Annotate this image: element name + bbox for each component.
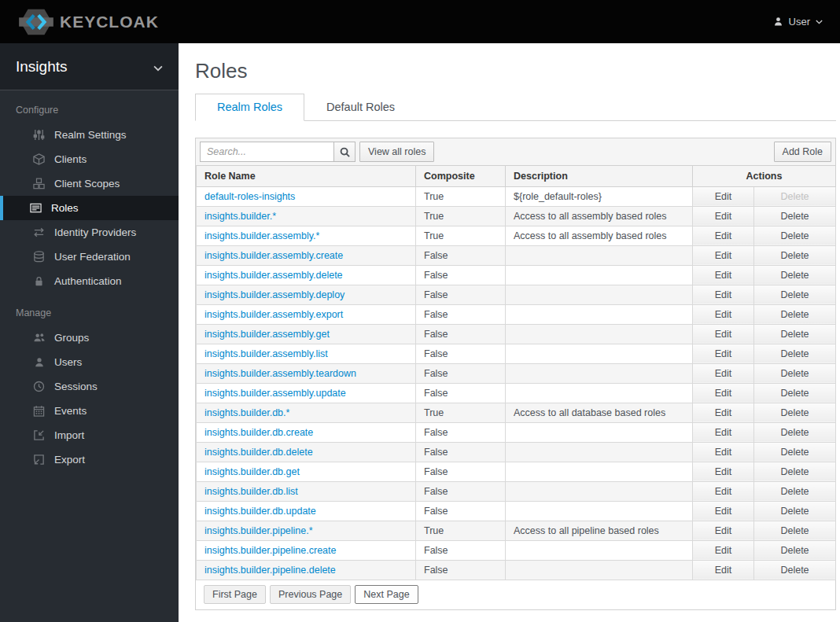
sidebar-item-client-scopes[interactable]: Client Scopes bbox=[0, 171, 179, 196]
sidebar-item-realm-settings[interactable]: Realm Settings bbox=[0, 123, 179, 147]
composite-cell: True bbox=[416, 226, 506, 245]
edit-button[interactable]: Edit bbox=[693, 560, 754, 580]
sidebar-item-import[interactable]: Import bbox=[0, 423, 179, 447]
delete-button[interactable]: Delete bbox=[754, 521, 836, 540]
role-link[interactable]: insights.builder.db.create bbox=[204, 427, 313, 438]
edit-button[interactable]: Edit bbox=[693, 481, 754, 501]
table-row: insights.builder.assembly.deploy False E… bbox=[197, 285, 836, 304]
view-all-roles-button[interactable]: View all roles bbox=[359, 142, 434, 162]
role-link[interactable]: insights.builder.pipeline.delete bbox=[204, 565, 336, 576]
search-input[interactable] bbox=[200, 142, 333, 162]
edit-button[interactable]: Edit bbox=[693, 226, 754, 245]
delete-button[interactable]: Delete bbox=[754, 344, 836, 363]
edit-button[interactable]: Edit bbox=[693, 363, 754, 383]
role-link[interactable]: insights.builder.db.get bbox=[204, 466, 300, 477]
sidebar-item-groups[interactable]: Groups bbox=[0, 326, 179, 350]
delete-button[interactable]: Delete bbox=[754, 324, 836, 344]
role-link[interactable]: insights.builder.assembly.update bbox=[204, 388, 346, 399]
role-link[interactable]: insights.builder.assembly.create bbox=[204, 250, 343, 261]
realm-selector[interactable]: Insights bbox=[0, 43, 179, 90]
edit-button[interactable]: Edit bbox=[693, 186, 754, 206]
delete-button[interactable]: Delete bbox=[754, 226, 836, 245]
sidebar-item-label: Realm Settings bbox=[54, 129, 127, 141]
tab-realm-roles[interactable]: Realm Roles bbox=[195, 94, 304, 121]
add-role-button[interactable]: Add Role bbox=[774, 142, 831, 162]
sidebar-item-identity-providers[interactable]: Identity Providers bbox=[0, 220, 179, 245]
sidebar-item-roles[interactable]: Roles bbox=[0, 196, 179, 220]
description-cell bbox=[506, 363, 693, 383]
delete-button[interactable]: Delete bbox=[754, 540, 836, 560]
edit-button[interactable]: Edit bbox=[693, 383, 754, 403]
user-menu[interactable]: User bbox=[773, 16, 823, 28]
role-link[interactable]: default-roles-insights bbox=[204, 191, 295, 202]
edit-button[interactable]: Edit bbox=[693, 206, 754, 226]
delete-button[interactable]: Delete bbox=[754, 442, 836, 462]
sidebar-item-export[interactable]: Export bbox=[0, 447, 179, 472]
delete-button[interactable]: Delete bbox=[754, 422, 836, 442]
edit-button[interactable]: Edit bbox=[693, 265, 754, 285]
role-link[interactable]: insights.builder.assembly.teardown bbox=[204, 368, 356, 379]
role-link[interactable]: insights.builder.assembly.get bbox=[204, 329, 330, 340]
role-link[interactable]: insights.builder.db.delete bbox=[204, 447, 313, 458]
description-cell: ${role_default-roles} bbox=[506, 186, 693, 206]
edit-button[interactable]: Edit bbox=[693, 521, 754, 540]
delete-button[interactable]: Delete bbox=[754, 285, 836, 304]
edit-button[interactable]: Edit bbox=[693, 540, 754, 560]
edit-button[interactable]: Edit bbox=[693, 245, 754, 265]
composite-cell: True bbox=[416, 206, 506, 226]
edit-button[interactable]: Edit bbox=[693, 501, 754, 521]
description-cell bbox=[506, 285, 693, 304]
edit-button[interactable]: Edit bbox=[693, 285, 754, 304]
table-row: insights.builder.assembly.update False E… bbox=[197, 383, 836, 403]
sidebar-item-authentication[interactable]: Authentication bbox=[0, 269, 179, 293]
role-link[interactable]: insights.builder.assembly.deploy bbox=[204, 289, 344, 300]
role-link[interactable]: insights.builder.assembly.delete bbox=[204, 270, 343, 281]
edit-button[interactable]: Edit bbox=[693, 403, 754, 422]
delete-button[interactable]: Delete bbox=[754, 501, 836, 521]
role-link[interactable]: insights.builder.pipeline.* bbox=[204, 525, 313, 536]
role-link[interactable]: insights.builder.assembly.* bbox=[204, 230, 319, 241]
sidebar-item-users[interactable]: Users bbox=[0, 350, 179, 374]
table-row: insights.builder.* True Access to all as… bbox=[197, 206, 836, 226]
delete-button[interactable]: Delete bbox=[754, 265, 836, 285]
composite-cell: False bbox=[416, 481, 506, 501]
role-link[interactable]: insights.builder.db.list bbox=[204, 486, 298, 497]
delete-button[interactable]: Delete bbox=[754, 245, 836, 265]
edit-button[interactable]: Edit bbox=[693, 344, 754, 363]
edit-button[interactable]: Edit bbox=[693, 462, 754, 481]
delete-button[interactable]: Delete bbox=[754, 304, 836, 324]
role-link[interactable]: insights.builder.assembly.list bbox=[204, 348, 328, 359]
delete-button[interactable]: Delete bbox=[754, 363, 836, 383]
delete-button[interactable]: Delete bbox=[754, 481, 836, 501]
tab-default-roles[interactable]: Default Roles bbox=[304, 94, 417, 121]
composite-cell: False bbox=[416, 560, 506, 580]
delete-button[interactable]: Delete bbox=[754, 462, 836, 481]
delete-button[interactable]: Delete bbox=[754, 383, 836, 403]
delete-button[interactable]: Delete bbox=[754, 403, 836, 422]
table-row: insights.builder.db.delete False Edit De… bbox=[197, 442, 836, 462]
sidebar-item-user-federation[interactable]: User Federation bbox=[0, 245, 179, 269]
role-link[interactable]: insights.builder.* bbox=[204, 211, 276, 222]
role-link[interactable]: insights.builder.assembly.export bbox=[204, 309, 343, 320]
sidebar: Insights Configure Realm Settings Client… bbox=[0, 43, 179, 622]
sidebar-item-events[interactable]: Events bbox=[0, 399, 179, 423]
chevron-down-icon bbox=[816, 20, 823, 24]
role-link[interactable]: insights.builder.db.* bbox=[204, 407, 289, 418]
previous-page-button[interactable]: Previous Page bbox=[270, 585, 351, 604]
role-link[interactable]: insights.builder.db.update bbox=[204, 506, 316, 517]
export-icon bbox=[32, 454, 46, 466]
search-button[interactable] bbox=[333, 142, 356, 162]
edit-button[interactable]: Edit bbox=[693, 442, 754, 462]
edit-button[interactable]: Edit bbox=[693, 324, 754, 344]
table-row: insights.builder.assembly.export False E… bbox=[197, 304, 836, 324]
edit-button[interactable]: Edit bbox=[693, 422, 754, 442]
sidebar-item-sessions[interactable]: Sessions bbox=[0, 374, 179, 399]
sidebar-item-clients[interactable]: Clients bbox=[0, 147, 179, 171]
delete-button[interactable]: Delete bbox=[754, 560, 836, 580]
next-page-button[interactable]: Next Page bbox=[355, 585, 418, 604]
delete-button[interactable]: Delete bbox=[754, 206, 836, 226]
sidebar-item-label: Users bbox=[54, 356, 82, 368]
edit-button[interactable]: Edit bbox=[693, 304, 754, 324]
role-link[interactable]: insights.builder.pipeline.create bbox=[204, 545, 336, 556]
first-page-button[interactable]: First Page bbox=[204, 585, 266, 604]
